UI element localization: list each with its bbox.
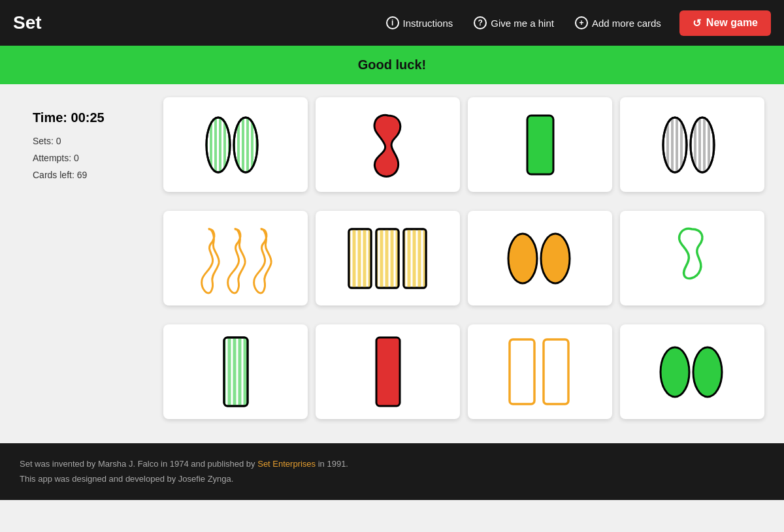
svg-rect-71: [376, 337, 400, 406]
card-10[interactable]: [316, 324, 460, 419]
svg-rect-18: [527, 116, 553, 174]
svg-rect-72: [510, 339, 534, 404]
cards-left: Cards left: 69: [33, 170, 137, 180]
card-1[interactable]: [163, 97, 308, 192]
card-8[interactable]: [620, 211, 764, 305]
card-7[interactable]: [468, 211, 612, 305]
attempts-count: Attempts: 0: [33, 153, 137, 163]
card-5[interactable]: [163, 211, 308, 305]
add-cards-label: Add more cards: [592, 18, 661, 29]
new-game-label: New game: [706, 17, 758, 29]
footer: Set was invented by Marsha J. Falco in 1…: [0, 443, 784, 500]
banner-message: Good luck!: [358, 57, 426, 72]
card-12[interactable]: [620, 324, 764, 419]
hint-label: Give me a hint: [491, 18, 554, 29]
header: Set i Instructions ? Give me a hint + Ad…: [0, 0, 784, 46]
stats-panel: Time: 00:25 Sets: 0 Attempts: 0 Cards le…: [20, 97, 150, 200]
svg-point-61: [508, 234, 537, 283]
add-cards-button[interactable]: + Add more cards: [567, 11, 669, 35]
card-6[interactable]: [316, 211, 460, 305]
svg-point-74: [661, 347, 689, 397]
card-3[interactable]: [468, 97, 612, 192]
card-4[interactable]: [620, 97, 764, 192]
question-icon: ?: [474, 16, 487, 29]
banner: Good luck!: [0, 46, 784, 84]
card-grid: [163, 97, 764, 430]
svg-point-62: [541, 234, 570, 283]
footer-line1: Set was invented by Marsha J. Falco in 1…: [20, 456, 764, 471]
instructions-label: Instructions: [403, 18, 453, 29]
svg-rect-73: [544, 339, 568, 404]
refresh-icon: ↺: [693, 17, 701, 29]
set-enterprises-link[interactable]: Set Enterprises: [257, 459, 316, 469]
footer-text-prefix: Set was invented by Marsha J. Falco in 1…: [20, 459, 257, 469]
sets-count: Sets: 0: [33, 136, 137, 146]
card-11[interactable]: [468, 324, 612, 419]
nav-links: i Instructions ? Give me a hint + Add mo…: [378, 10, 771, 36]
card-9[interactable]: [163, 324, 308, 419]
plus-icon: +: [575, 16, 588, 29]
info-icon: i: [386, 16, 399, 29]
footer-line2: This app was designed and developed by J…: [20, 471, 764, 486]
hint-button[interactable]: ? Give me a hint: [466, 11, 562, 35]
footer-text-suffix: in 1991.: [316, 459, 348, 469]
card-2[interactable]: [316, 97, 460, 192]
new-game-button[interactable]: ↺ New game: [679, 10, 771, 36]
instructions-button[interactable]: i Instructions: [378, 11, 461, 35]
logo: Set: [13, 12, 42, 33]
timer: Time: 00:25: [33, 110, 137, 125]
svg-point-75: [693, 347, 722, 397]
main-content: Time: 00:25 Sets: 0 Attempts: 0 Cards le…: [0, 84, 784, 443]
